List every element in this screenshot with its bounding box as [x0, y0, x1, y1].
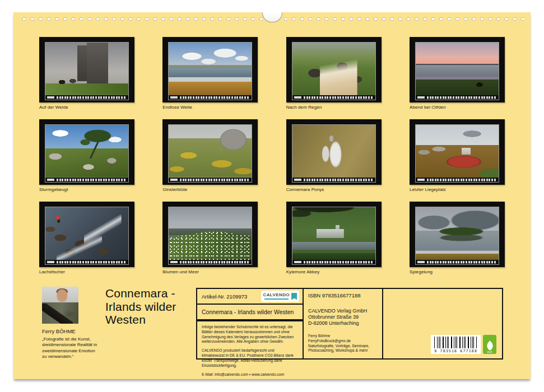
photo-endlose-weite	[169, 43, 252, 95]
calendar-thumb-nach-dem-regen: Nach dem Regen	[286, 37, 382, 110]
publisher-line: CALVENDO Verlag GmbH	[308, 308, 378, 314]
publisher-line: Ottobrunner Straße 39	[308, 314, 378, 320]
mini-calendar-strip	[416, 178, 499, 182]
contact-email-line: E-Mail: info@calvendo.com • www.calvendo…	[202, 372, 298, 377]
product-info-box: Artikel-Nr. 2109973 CALVENDO Connemara -…	[196, 288, 503, 360]
calendar-page-frame	[410, 202, 505, 267]
calendar-thumb-connemara-ponys: Connemara Ponys	[286, 119, 382, 192]
thumbnail-caption: Endlose Weite	[162, 105, 258, 110]
calendar-thumb-endlose-weite: Endlose Weite	[162, 37, 258, 110]
thumbnail-caption: Connemara Ponys	[286, 187, 382, 192]
calendar-page-frame	[410, 37, 505, 102]
photo-spiegelung	[416, 207, 499, 260]
mini-calendar-strip	[45, 95, 128, 100]
calendar-title-small: Connemara - Irlands wilder Westen	[197, 304, 303, 320]
calvendo-logo-text: CALVENDO	[263, 293, 290, 297]
calendar-page-frame	[286, 202, 382, 267]
eco-logo: eco	[483, 335, 496, 354]
footer-section: Ferry BÖHME „Fotografie ist die Kunst, d…	[39, 287, 514, 360]
eco-label: eco	[487, 351, 492, 354]
photo-blumen-und-meer	[169, 207, 252, 260]
author-quote: „Fotografie ist die Kunst, dreidimension…	[42, 337, 99, 360]
mini-calendar-strip	[169, 178, 252, 182]
calendar-page-frame	[39, 37, 134, 102]
author-photo	[42, 287, 78, 324]
publisher-address: CALVENDO Verlag GmbH Ottobrunner Straße …	[308, 308, 378, 326]
calendar-thumb-auf-der-weide: Auf der Weide	[39, 37, 134, 110]
mini-calendar-strip	[416, 260, 499, 264]
calendar-page-frame	[162, 119, 258, 185]
calendar-thumb-abend-bei-clifden: Abend bei Clifden	[410, 37, 505, 110]
calendar-sheet: Auf der Weide Endlose Weite	[13, 12, 531, 379]
thumbnail-caption: Auf der Weide	[39, 105, 134, 110]
calendar-thumb-kylemore-abbey: Kylemore Abbey	[286, 202, 382, 274]
calvendo-page-icon	[291, 293, 297, 300]
legal-text-1: Infolge bestehender Schutzrechte ist es …	[202, 325, 298, 344]
calendar-page-frame	[286, 37, 382, 102]
info-column-left: Artikel-Nr. 2109973 CALVENDO Connemara -…	[197, 289, 304, 358]
leaf-icon	[485, 340, 495, 351]
calendar-thumb-sturmgebeugt: Sturmgebeugt	[39, 119, 134, 192]
thumbnail-grid: Auf der Weide Endlose Weite	[39, 37, 505, 274]
photo-nach-dem-regen	[292, 43, 375, 95]
info-column-right: 9 783516 677188 eco	[383, 289, 502, 358]
author-name: Ferry BÖHME	[42, 328, 101, 334]
calendar-page-frame	[162, 37, 258, 102]
mini-calendar-strip	[45, 178, 128, 182]
calendar-page-frame	[39, 119, 134, 185]
thumbnail-caption: Lachsfischer	[39, 269, 134, 274]
article-number: Artikel-Nr. 2109973	[202, 293, 247, 300]
author-contact: Ferry Böhme FerryFotoBruck@gmx.de Naturf…	[308, 334, 378, 353]
photo-auf-der-weide	[45, 43, 128, 95]
contact-line: Ferry Böhme	[308, 334, 378, 339]
mini-calendar-strip	[292, 95, 375, 100]
mini-calendar-strip	[416, 95, 499, 100]
thumbnail-caption: Spiegelung	[410, 269, 505, 274]
barcode-digits: 9 783516 677188	[434, 349, 477, 353]
mini-calendar-strip	[45, 260, 128, 264]
legal-text-2: CALVENDO produziert bedarfsgerecht und k…	[202, 348, 298, 368]
contact-line: FerryFotoBruck@gmx.de	[308, 339, 378, 344]
calendar-thumb-letzter-liegeplatz: Letzter Liegeplatz	[410, 119, 505, 192]
calendar-page-frame	[39, 202, 134, 267]
thumbnail-caption: Nach dem Regen	[286, 105, 382, 110]
calendar-page-frame	[286, 119, 382, 185]
calendar-title: Connemara - Irlands wilder Westen	[105, 287, 190, 326]
photo-kylemore-abbey	[292, 207, 375, 260]
calendar-thumb-lachsfischer: Lachsfischer	[39, 202, 134, 274]
photo-lachsfischer	[45, 207, 128, 260]
legal-text-block: Infolge bestehender Schutzrechte ist es …	[197, 320, 303, 380]
thumbnail-caption: Kylemore Abbey	[286, 269, 382, 274]
thumbnail-caption: Sturmgebeugt	[39, 187, 134, 192]
contact-line: Naturfotografie, Vorträge, Seminare,	[308, 344, 378, 349]
photo-sturmgebeugt	[45, 125, 128, 178]
calvendo-logo-tagline	[264, 298, 289, 300]
photo-letzter-liegeplatz	[416, 125, 499, 178]
mini-calendar-strip	[169, 260, 252, 264]
barcode-bars	[434, 337, 477, 348]
photo-connemara-ponys	[292, 125, 375, 178]
photo-abend-bei-clifden	[416, 43, 499, 95]
calendar-thumb-spiegelung: Spiegelung	[410, 202, 505, 274]
publisher-line: D-82008 Unterhaching	[308, 320, 378, 326]
calendar-thumb-blumen-und-meer: Blumen und Meer	[162, 202, 258, 274]
calendar-thumb-ginsterbluete: Ginsterblüte	[162, 119, 258, 192]
mini-calendar-strip	[169, 95, 252, 100]
thumbnail-caption: Blumen und Meer	[162, 269, 258, 274]
thumbnail-caption: Letzter Liegeplatz	[410, 187, 505, 192]
contact-line: Photocoaching, Workshops & mehr	[308, 348, 378, 353]
barcode: 9 783516 677188	[431, 335, 481, 354]
mini-calendar-strip	[292, 260, 375, 264]
calendar-page-frame	[410, 119, 505, 185]
isbn: ISBN 9783516677188	[308, 292, 378, 298]
mini-calendar-strip	[292, 178, 375, 182]
calvendo-logo: CALVENDO	[261, 291, 300, 302]
calendar-page-frame	[162, 202, 258, 267]
thumbnail-caption: Ginsterblüte	[162, 187, 258, 192]
thumbnail-caption: Abend bei Clifden	[410, 105, 505, 110]
author-block: Ferry BÖHME „Fotografie ist die Kunst, d…	[39, 287, 101, 360]
photo-ginsterbluete	[169, 125, 252, 178]
info-column-middle: ISBN 9783516677188 CALVENDO Verlag GmbH …	[304, 289, 383, 358]
calendar-back-cover: Auf der Weide Endlose Weite	[0, 0, 544, 392]
